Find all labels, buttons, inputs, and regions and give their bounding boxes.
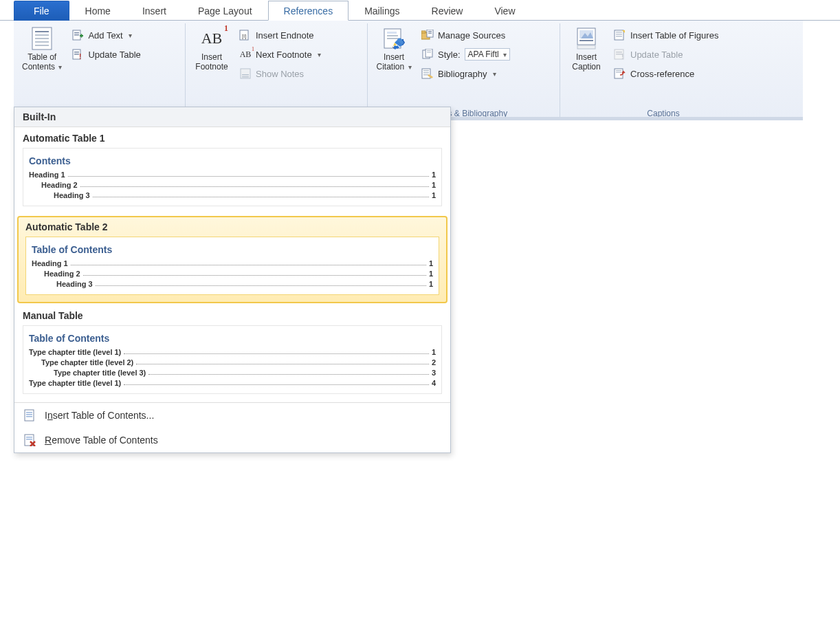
insert-tof-button[interactable]: Insert Table of Figures [611, 28, 721, 43]
chevron-down-icon: ▾ [408, 63, 412, 71]
menu-tabs: File Home Insert Page Layout References … [0, 0, 840, 21]
insert-caption-button[interactable]: Insert Caption [564, 25, 608, 73]
show-notes-button[interactable]: Show Notes [236, 66, 324, 81]
svg-rect-2 [35, 34, 49, 36]
svg-rect-50 [616, 70, 621, 71]
cross-reference-button[interactable]: Cross-reference [611, 66, 721, 81]
svg-text:!: ! [79, 53, 81, 60]
citation-label-2: Citation ▾ [376, 62, 411, 72]
caption-icon [574, 26, 599, 51]
style-icon [421, 48, 434, 61]
citation-style-select[interactable]: Style: APA Fiftl▾ [419, 47, 513, 62]
manage-sources-button[interactable]: Manage Sources [419, 28, 513, 43]
next-footnote-icon: AB1 [239, 48, 252, 61]
manage-sources-icon [421, 29, 434, 41]
tof-icon [614, 29, 626, 41]
svg-rect-34 [423, 72, 429, 74]
svg-rect-19 [387, 32, 397, 34]
tab-file[interactable]: File [14, 1, 69, 21]
tab-references[interactable]: References [268, 1, 349, 21]
svg-text:[i]: [i] [242, 33, 246, 39]
tab-page-layout[interactable]: Page Layout [182, 1, 268, 21]
chevron-down-icon: ▾ [129, 32, 132, 39]
citation-label-1: Insert [384, 52, 404, 62]
tab-view[interactable]: View [478, 1, 531, 21]
svg-rect-20 [387, 35, 398, 36]
svg-rect-33 [423, 70, 429, 72]
tab-mailings[interactable]: Mailings [349, 1, 415, 21]
svg-rect-31 [427, 52, 431, 53]
endnote-icon: [i] [239, 29, 252, 41]
style-value[interactable]: APA Fiftl▾ [465, 48, 510, 61]
insert-footnote-button[interactable]: AB1 Insert Footnote [190, 25, 234, 73]
add-text-icon [71, 29, 84, 41]
group-label-captions: Captions [564, 107, 762, 120]
toc-label-2: Contents ▾ [22, 62, 62, 72]
update-tof-button[interactable]: ! Update Table [611, 47, 721, 62]
svg-rect-24 [421, 31, 425, 33]
footnote-ab-icon: AB1 [199, 26, 224, 51]
svg-rect-21 [387, 38, 398, 39]
svg-rect-10 [74, 52, 79, 53]
svg-rect-29 [425, 49, 432, 57]
add-text-button[interactable]: Add Text▾ [69, 28, 143, 43]
gallery-section-header: Built-In [14, 107, 450, 120]
toc-gallery-dropdown: Built-In Automatic Table 1 Contents Head… [14, 107, 451, 120]
tab-insert[interactable]: Insert [126, 1, 182, 21]
svg-rect-42 [616, 32, 622, 33]
svg-rect-30 [427, 50, 431, 51]
svg-rect-27 [428, 33, 432, 34]
show-notes-icon [239, 67, 252, 80]
svg-rect-11 [74, 54, 79, 55]
insert-endnote-button[interactable]: [i] Insert Endnote [236, 28, 324, 43]
svg-rect-4 [35, 41, 49, 43]
caption-label-1: Insert [576, 52, 597, 62]
update-tof-icon: ! [614, 48, 626, 61]
svg-text:!: ! [621, 53, 623, 60]
table-of-contents-button[interactable]: Table of Contents ▾ [18, 25, 66, 74]
chevron-down-icon: ▾ [493, 70, 496, 78]
svg-rect-8 [74, 34, 79, 36]
bibliography-icon [421, 67, 434, 80]
svg-rect-5 [35, 45, 49, 46]
bibliography-button[interactable]: Bibliography▾ [419, 66, 513, 81]
insert-citation-button[interactable]: Insert Citation ▾ [372, 25, 416, 74]
footnote-label-1: Insert [201, 52, 222, 62]
next-footnote-button[interactable]: AB1 Next Footnote▾ [236, 47, 324, 62]
svg-rect-1 [35, 31, 49, 32]
caption-label-2: Caption [572, 62, 600, 72]
svg-rect-40 [577, 45, 595, 49]
cross-reference-icon [614, 67, 626, 80]
update-table-button[interactable]: ! Update Table [69, 47, 143, 62]
svg-rect-26 [428, 31, 432, 32]
svg-rect-17 [242, 76, 249, 78]
toc-page-icon [30, 26, 54, 51]
tab-home[interactable]: Home [69, 1, 126, 21]
svg-rect-39 [579, 40, 593, 41]
footnote-label-2: Footnote [195, 62, 228, 72]
svg-rect-16 [242, 74, 249, 76]
svg-rect-43 [616, 34, 622, 35]
toc-label-1: Table of [27, 52, 56, 62]
ribbon-references: Table of Contents ▾ Add Text▾ ! Up [14, 21, 803, 120]
svg-rect-7 [74, 32, 79, 34]
chevron-down-icon: ▾ [318, 51, 321, 58]
tab-review[interactable]: Review [416, 1, 479, 21]
svg-rect-44 [616, 36, 622, 37]
chevron-down-icon: ▾ [503, 51, 507, 58]
citation-icon [382, 26, 406, 51]
update-table-icon: ! [71, 48, 84, 61]
svg-rect-51 [616, 72, 621, 73]
svg-rect-3 [35, 38, 49, 39]
chevron-down-icon: ▾ [58, 63, 62, 71]
